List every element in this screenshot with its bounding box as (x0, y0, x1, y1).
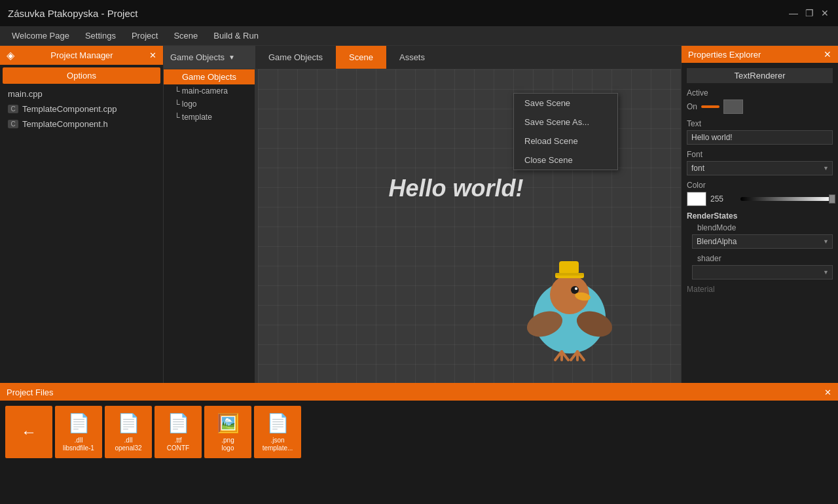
options-button[interactable]: Options (3, 67, 160, 84)
file-templatecomponent-cpp[interactable]: C TemplateComponent.cpp (0, 101, 163, 117)
menu-build-run[interactable]: Build & Run (207, 28, 265, 43)
maximize-button[interactable]: ❐ (804, 8, 814, 18)
blendmode-row: blendMode BlendAlpha (692, 223, 833, 249)
file-tile-logo[interactable]: 🖼️ .pnglogo (204, 406, 251, 458)
tab-assets[interactable]: Assets (386, 46, 438, 69)
ttf-icon: 📄 (167, 412, 190, 434)
blendmode-label: blendMode (697, 223, 833, 232)
menu-scene[interactable]: Scene (167, 28, 204, 43)
file-name-libsndfile: .dlllibsndfile-1 (63, 437, 94, 452)
tab-scene[interactable]: Scene (336, 46, 386, 69)
scene-dropdown-menu: Save Scene Save Scene As... Reload Scene… (513, 93, 618, 170)
color-row: Color 255 (687, 181, 833, 206)
svg-rect-9 (555, 273, 584, 276)
project-files-close-icon[interactable]: ✕ (824, 387, 831, 397)
menu-reload-scene[interactable]: Reload Scene (514, 132, 617, 151)
dll-icon-1: 📄 (67, 412, 90, 434)
file-templatecomponent-h[interactable]: C TemplateComponent.h (0, 117, 163, 132)
titlebar-controls[interactable]: — ❐ ✕ (788, 8, 830, 18)
shader-select[interactable] (692, 265, 833, 279)
shader-row: shader (692, 254, 833, 279)
text-row: Text (687, 119, 833, 145)
file-tile-libsndfile[interactable]: 📄 .dlllibsndfile-1 (55, 406, 102, 458)
active-toggle[interactable] (701, 105, 720, 108)
project-manager-close-icon[interactable]: ✕ (149, 50, 156, 60)
dropdown-chevron-icon: ▼ (228, 54, 235, 61)
font-label: Font (687, 150, 833, 159)
back-button[interactable]: ← (5, 406, 52, 458)
center-area: Game Objects ▼ Game Objects Scene Assets… (164, 46, 681, 383)
project-manager-title: Project Manager (50, 50, 113, 60)
properties-close-icon[interactable]: ✕ (824, 49, 831, 60)
right-panel: Properties Explorer ✕ TextRenderer Activ… (681, 46, 838, 383)
titlebar: Zásuvka Ptakopyska - Project — ❐ ✕ (0, 0, 838, 26)
shader-label: shader (697, 254, 833, 263)
close-button[interactable]: ✕ (820, 8, 830, 18)
menu-close-scene[interactable]: Close Scene (514, 151, 617, 170)
game-objects-panel: Game Objects └ main-camera └ logo └ temp… (164, 69, 255, 383)
font-select[interactable]: font (687, 161, 833, 175)
properties-content: TextRenderer Active On Text Font (682, 63, 838, 383)
svg-rect-8 (559, 261, 579, 274)
main-layout: ◈ Project Manager ✕ Options main.cpp C T… (0, 46, 838, 383)
go-item-template[interactable]: └ template (164, 111, 255, 124)
game-objects-dropdown[interactable]: Game Objects ▼ (164, 46, 255, 69)
tree-icon: └ (174, 113, 182, 122)
properties-explorer-header: Properties Explorer ✕ (682, 46, 838, 63)
file-tile-template[interactable]: 📄 .jsontemplate... (254, 406, 301, 458)
menu-welcome-page[interactable]: Welcome Page (5, 28, 76, 43)
project-manager-header: ◈ Project Manager ✕ (0, 46, 163, 65)
font-row: Font font (687, 150, 833, 175)
tab-game-objects[interactable]: Game Objects (255, 46, 336, 69)
menu-settings[interactable]: Settings (79, 28, 122, 43)
file-main-cpp[interactable]: main.cpp (0, 86, 163, 101)
scene-area: Game Objects └ main-camera └ logo └ temp… (164, 69, 681, 383)
blendmode-select[interactable]: BlendAlpha (692, 234, 833, 249)
shader-select-wrapper (692, 265, 833, 279)
minimize-button[interactable]: — (788, 8, 799, 18)
go-item-main-camera[interactable]: └ main-camera (164, 84, 255, 98)
color-slider[interactable] (740, 197, 833, 201)
font-select-wrapper: font (687, 161, 833, 175)
game-objects-header: Game Objects (164, 69, 255, 84)
text-label: Text (687, 119, 833, 128)
slider-thumb[interactable] (829, 194, 835, 204)
file-tile-openal32[interactable]: 📄 .dllopenal32 (105, 406, 152, 458)
blendmode-select-wrapper: BlendAlpha (692, 234, 833, 249)
file-tile-contf[interactable]: 📄 .ttfCONTF (155, 406, 202, 458)
color-swatch[interactable] (687, 192, 706, 206)
hello-world-text: Hello world! (388, 175, 523, 202)
file-name-contf: .ttfCONTF (167, 437, 189, 452)
tree-icon: └ (174, 86, 182, 96)
menu-save-scene-as[interactable]: Save Scene As... (514, 113, 617, 132)
svg-point-5 (575, 287, 577, 290)
scene-viewport[interactable]: Hello world! (258, 69, 681, 383)
file-name: TemplateComponent.cpp (22, 104, 117, 114)
active-color[interactable] (723, 99, 743, 114)
file-badge-c2: C (8, 120, 18, 128)
project-manager-icon: ◈ (7, 49, 14, 62)
component-title: TextRenderer (687, 68, 833, 83)
go-item-logo[interactable]: └ logo (164, 98, 255, 111)
active-row: Active On (687, 88, 833, 114)
material-label: Material (687, 285, 833, 294)
color-value: 255 (710, 194, 737, 204)
color-label: Color (687, 181, 833, 190)
project-files-header: Project Files ✕ (0, 384, 838, 401)
menu-project[interactable]: Project (125, 28, 164, 43)
left-panel: ◈ Project Manager ✕ Options main.cpp C T… (0, 46, 164, 383)
properties-title: Properties Explorer (688, 50, 761, 60)
dll-icon-2: 📄 (117, 412, 140, 434)
menubar: Welcome Page Settings Project Scene Buil… (0, 26, 838, 46)
text-input[interactable] (687, 130, 833, 145)
bird-svg (517, 259, 622, 363)
on-label: On (687, 102, 697, 111)
toolbar: Game Objects ▼ Game Objects Scene Assets (164, 46, 681, 69)
dropdown-label: Game Objects (170, 52, 225, 62)
file-name: TemplateComponent.h (22, 119, 108, 129)
menu-save-scene[interactable]: Save Scene (514, 94, 617, 113)
back-arrow-icon: ← (21, 423, 37, 441)
file-grid: ← 📄 .dlllibsndfile-1 📄 .dllopenal32 📄 .t… (0, 401, 838, 463)
active-label: Active (687, 88, 833, 98)
file-name-logo: .pnglogo (221, 437, 234, 452)
